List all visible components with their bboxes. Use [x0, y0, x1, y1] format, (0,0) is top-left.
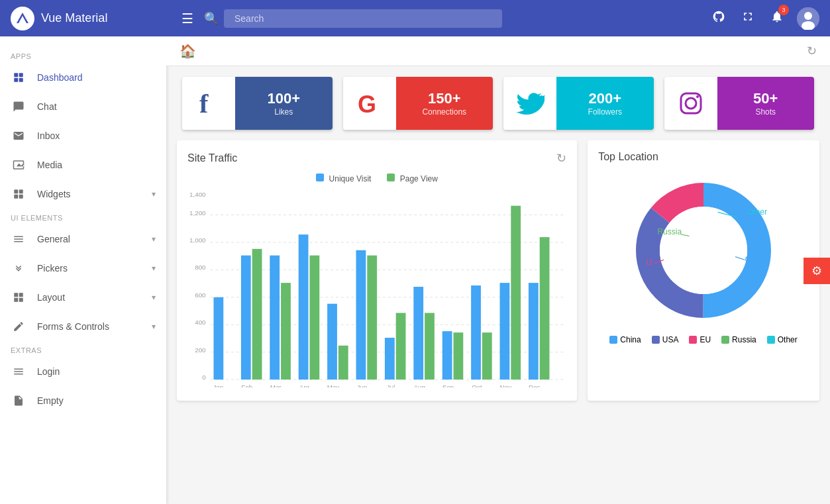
svg-rect-52: [500, 283, 510, 379]
avatar[interactable]: [797, 7, 819, 30]
stats-row: f 100+ Likes G 150+ Connections: [166, 66, 830, 135]
extras-section-label: Extras: [0, 341, 166, 357]
svg-text:400: 400: [195, 319, 206, 326]
svg-text:Apr: Apr: [299, 383, 310, 387]
svg-rect-34: [241, 256, 251, 379]
fullscreen-button[interactable]: [739, 7, 757, 29]
sidebar-general-label: General: [37, 234, 152, 244]
instagram-icon: [664, 77, 717, 130]
sidebar-item-dashboard[interactable]: Dashboard: [0, 63, 166, 92]
widgets-icon: [11, 186, 26, 202]
sidebar-item-empty[interactable]: Empty: [0, 386, 166, 415]
apps-section-label: Apps: [0, 47, 166, 63]
sidebar-forms-label: Forms & Controls: [37, 321, 152, 332]
media-icon: [11, 157, 26, 173]
svg-text:G: G: [358, 91, 376, 118]
svg-rect-8: [19, 78, 23, 82]
svg-rect-11: [14, 195, 18, 199]
chart-legend: Unique Visit Page View: [187, 174, 566, 183]
sidebar-item-login[interactable]: Login: [0, 357, 166, 386]
sidebar-inbox-label: Inbox: [37, 130, 156, 141]
logo-text: Vue Material: [41, 11, 107, 25]
svg-text:800: 800: [195, 264, 206, 271]
notification-badge: 3: [778, 5, 789, 15]
svg-text:USA: USA: [668, 299, 684, 308]
svg-rect-48: [442, 331, 452, 379]
sidebar-item-inbox[interactable]: Inbox: [0, 121, 166, 150]
pickers-chevron: ▾: [152, 264, 156, 273]
legend-china: China: [609, 335, 641, 344]
sidebar-layout-label: Layout: [37, 292, 152, 303]
svg-rect-39: [309, 256, 319, 379]
general-chevron: ▾: [152, 234, 156, 244]
stat-card-twitter[interactable]: 200+ Followers: [503, 77, 654, 130]
pickers-icon: [11, 260, 26, 276]
sidebar-media-label: Media: [37, 160, 156, 170]
sidebar-item-media[interactable]: Media: [0, 150, 166, 179]
facebook-stat-label: Likes: [274, 107, 293, 117]
forms-chevron: ▾: [152, 322, 156, 331]
legend-other: Other: [767, 335, 798, 344]
legend-russia: Russia: [721, 335, 756, 344]
empty-icon: [11, 393, 26, 409]
svg-rect-38: [299, 234, 309, 379]
dashboard-icon: [11, 70, 26, 85]
sidebar-item-chat[interactable]: Chat: [0, 92, 166, 121]
stat-card-google[interactable]: G 150+ Connections: [343, 77, 493, 130]
content-area: 🏠 ↻ f 100+ Likes G: [166, 36, 830, 504]
svg-text:Aug: Aug: [413, 383, 425, 387]
sidebar-item-pickers[interactable]: Pickers ▾: [0, 254, 166, 283]
google-icon: G: [343, 77, 396, 130]
svg-rect-50: [471, 285, 481, 379]
svg-text:Feb: Feb: [241, 383, 253, 387]
settings-fab-button[interactable]: ⚙: [804, 258, 830, 284]
donut-legend: China USA EU Russia: [609, 335, 797, 344]
donut-container: Other Russia Ch U USA: [598, 171, 809, 410]
svg-rect-49: [453, 332, 463, 379]
svg-text:Nov: Nov: [500, 383, 512, 387]
svg-rect-53: [511, 206, 521, 379]
layout-chevron: ▾: [152, 293, 156, 302]
svg-rect-10: [19, 189, 23, 193]
svg-text:600: 600: [195, 291, 206, 299]
hamburger-button[interactable]: ☰: [176, 5, 199, 32]
svg-rect-51: [482, 332, 492, 379]
stat-card-instagram[interactable]: 50+ Shots: [664, 77, 815, 130]
sidebar-item-widgets[interactable]: Widgets ▾: [0, 179, 166, 209]
svg-text:U: U: [647, 258, 652, 267]
sidebar: Apps Dashboard Chat Inbox: [0, 36, 166, 504]
svg-rect-45: [396, 313, 406, 379]
search-input[interactable]: [224, 9, 502, 28]
sidebar-item-forms-controls[interactable]: Forms & Controls ▾: [0, 312, 166, 341]
svg-text:Sep: Sep: [442, 383, 454, 387]
sidebar-dashboard-label: Dashboard: [37, 72, 156, 83]
facebook-icon: f: [182, 77, 235, 130]
svg-rect-47: [425, 313, 435, 379]
svg-text:1,200: 1,200: [189, 209, 206, 217]
sidebar-item-general[interactable]: General ▾: [0, 225, 166, 254]
svg-rect-9: [14, 189, 18, 193]
sidebar-pickers-label: Pickers: [37, 263, 152, 274]
svg-point-17: [696, 95, 699, 98]
google-stat-number: 150+: [428, 90, 461, 107]
notifications-button[interactable]: 3: [768, 7, 786, 29]
traffic-chart-title: Site Traffic ↻: [187, 151, 566, 166]
unique-visit-legend: Unique Visit: [316, 174, 371, 183]
traffic-refresh-button[interactable]: ↻: [556, 151, 566, 166]
login-icon: [11, 364, 26, 379]
google-stat-label: Connections: [422, 107, 466, 117]
logo-icon: [11, 7, 34, 30]
stat-card-facebook[interactable]: f 100+ Likes: [182, 77, 333, 130]
ui-section-label: UI Elements: [0, 209, 166, 225]
search-icon-button[interactable]: 🔍: [199, 6, 224, 31]
instagram-stat-label: Shots: [755, 107, 776, 117]
sidebar-chat-label: Chat: [37, 101, 156, 112]
widgets-chevron: ▾: [152, 189, 156, 199]
sidebar-login-label: Login: [37, 366, 156, 377]
logo: Vue Material: [11, 7, 176, 30]
sidebar-item-layout[interactable]: Layout ▾: [0, 283, 166, 312]
svg-point-16: [686, 98, 696, 109]
twitter-stat-info: 200+ Followers: [556, 77, 654, 130]
refresh-button[interactable]: ↻: [807, 44, 817, 58]
github-button[interactable]: [709, 7, 728, 29]
